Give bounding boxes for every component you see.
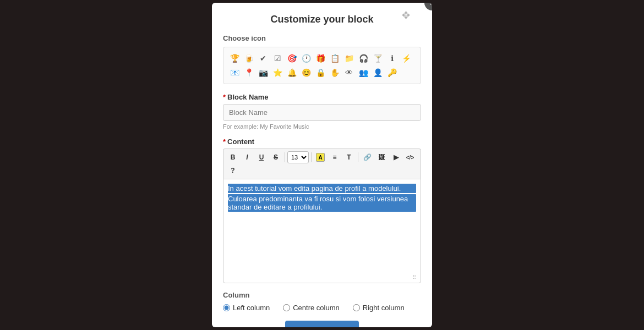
- editor-area[interactable]: In acest tutorial vom edita pagina de pr…: [223, 179, 421, 283]
- editor-line-2: Culoarea predominanta va fi rosu si vom …: [228, 194, 416, 212]
- link-button[interactable]: 🔗: [361, 151, 374, 163]
- block-name-label: *Block Name: [223, 93, 421, 101]
- content-label: *Content: [223, 138, 421, 146]
- image-button[interactable]: 🖼: [375, 151, 388, 163]
- column-section: Column Left column Centre column Right c…: [223, 291, 421, 312]
- centre-column-label: Centre column: [293, 304, 340, 312]
- text-color-button[interactable]: A: [314, 151, 327, 163]
- right-column-option[interactable]: Right column: [353, 304, 405, 312]
- strikethrough-button[interactable]: S: [269, 151, 282, 163]
- block-name-required: *: [223, 93, 226, 101]
- left-column-label: Left column: [233, 304, 270, 312]
- icon-bell[interactable]: 🔔: [285, 66, 298, 79]
- icon-folder[interactable]: 📁: [342, 52, 356, 65]
- save-block-button[interactable]: Save Block: [285, 321, 359, 327]
- right-column-label: Right column: [363, 304, 405, 312]
- code-button[interactable]: </>: [403, 151, 417, 163]
- modal-overlay: × ✥ Customize your block Choose icon 🏆 🍺…: [0, 0, 644, 330]
- icon-email[interactable]: 📧: [228, 66, 241, 79]
- icon-lock[interactable]: 🔒: [314, 66, 327, 79]
- icon-beer[interactable]: 🍺: [242, 52, 255, 65]
- align-button[interactable]: ≡: [328, 151, 341, 163]
- modal-dialog: × ✥ Customize your block Choose icon 🏆 🍺…: [212, 3, 432, 327]
- icon-key[interactable]: 🔑: [385, 66, 399, 79]
- icon-checkmark[interactable]: ✔: [256, 52, 270, 65]
- icon-grid: 🏆 🍺 ✔ ☑ 🎯 🕐 🎁 📋 📁 🎧 🍸 ℹ ⚡ 📧 📍 📷 ⭐ 🔔: [228, 52, 416, 79]
- icon-checkbox[interactable]: ☑: [271, 52, 284, 65]
- icon-info[interactable]: ℹ: [385, 52, 399, 65]
- column-label: Column: [223, 291, 421, 299]
- block-name-hint: For example: My Favorite Music: [223, 123, 421, 130]
- toolbar-divider-2: [311, 152, 312, 162]
- left-column-option[interactable]: Left column: [223, 304, 270, 312]
- icon-headphones[interactable]: 🎧: [357, 52, 370, 65]
- icon-camera[interactable]: 📷: [256, 66, 270, 79]
- icon-pin[interactable]: 📍: [242, 66, 255, 79]
- centre-column-option[interactable]: Centre column: [283, 304, 340, 312]
- icon-smile[interactable]: 😊: [299, 66, 313, 79]
- icon-gift[interactable]: 🎁: [314, 52, 327, 65]
- icon-grid-container: 🏆 🍺 ✔ ☑ 🎯 🕐 🎁 📋 📁 🎧 🍸 ℹ ⚡ 📧 📍 📷 ⭐ 🔔: [223, 47, 421, 84]
- column-options: Left column Centre column Right column: [223, 304, 421, 312]
- content-required: *: [223, 138, 226, 146]
- centre-column-radio[interactable]: [283, 304, 290, 311]
- choose-icon-label: Choose icon: [223, 34, 421, 42]
- icon-eye[interactable]: 👁: [342, 66, 356, 79]
- italic-button[interactable]: I: [241, 151, 254, 163]
- icon-cocktail[interactable]: 🍸: [371, 52, 384, 65]
- icon-person[interactable]: 👤: [371, 66, 384, 79]
- icon-trophy[interactable]: 🏆: [228, 52, 241, 65]
- content-toolbar: B I U S 13 11 14 16 18 24 A ≡ T 🔗 🖼 ▶ <: [223, 148, 421, 179]
- icon-group[interactable]: 👥: [357, 66, 370, 79]
- media-button[interactable]: ▶: [389, 151, 402, 163]
- block-name-input[interactable]: [223, 104, 421, 121]
- font-size-select[interactable]: 13 11 14 16 18 24: [287, 151, 309, 163]
- font-family-button[interactable]: T: [342, 151, 356, 163]
- bold-button[interactable]: B: [226, 151, 239, 163]
- icon-clock[interactable]: 🕐: [299, 52, 313, 65]
- help-button[interactable]: ?: [226, 164, 239, 177]
- drag-icon: ✥: [402, 9, 410, 21]
- icon-lightning[interactable]: ⚡: [400, 52, 413, 65]
- icon-hand[interactable]: ✋: [328, 66, 341, 79]
- close-button[interactable]: ×: [424, 3, 432, 10]
- underline-button[interactable]: U: [255, 151, 268, 163]
- modal-title: Customize your block: [223, 14, 421, 25]
- icon-star[interactable]: ⭐: [271, 66, 284, 79]
- toolbar-divider-3: [358, 152, 358, 162]
- toolbar-divider-1: [285, 152, 285, 162]
- icon-target[interactable]: 🎯: [285, 52, 298, 65]
- editor-line-1: In acest tutorial vom edita pagina de pr…: [228, 184, 416, 193]
- right-column-radio[interactable]: [353, 304, 360, 311]
- left-column-radio[interactable]: [223, 304, 230, 311]
- resize-handle[interactable]: ⠿: [412, 274, 416, 280]
- color-indicator: A: [316, 153, 325, 162]
- icon-clipboard[interactable]: 📋: [328, 52, 341, 65]
